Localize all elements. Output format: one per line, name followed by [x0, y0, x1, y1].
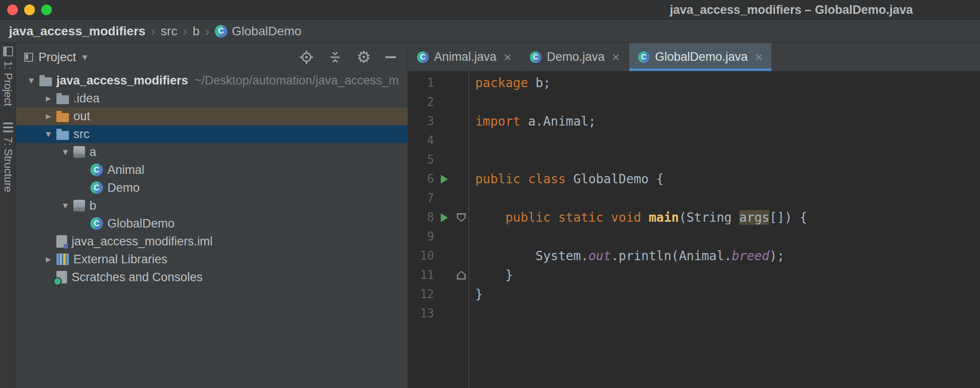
zoom-window-button[interactable]: [41, 4, 52, 15]
code-line[interactable]: [475, 227, 980, 246]
code-line[interactable]: package b;: [475, 73, 980, 93]
tree-item[interactable]: ▸External Libraries: [16, 250, 408, 268]
tree-item[interactable]: ▾a: [16, 143, 408, 161]
fold-marker[interactable]: [455, 213, 468, 222]
code-line[interactable]: }: [475, 285, 980, 304]
hide-panel-icon[interactable]: [385, 56, 396, 58]
line-number[interactable]: 13: [411, 304, 434, 323]
expand-arrow[interactable]: ▾: [57, 146, 73, 158]
class-icon: C: [90, 217, 103, 230]
code-token: breed: [732, 249, 769, 263]
code-line[interactable]: public class GlobalDemo {: [475, 169, 980, 189]
breadcrumb-item[interactable]: java_access_modifiers: [9, 24, 145, 38]
breadcrumb-label: src: [161, 24, 177, 38]
code-line[interactable]: [475, 189, 980, 208]
traffic-lights: [7, 4, 52, 15]
code-line[interactable]: public static void main(String args[]) {: [475, 208, 980, 227]
tree-item[interactable]: CDemo: [16, 179, 408, 197]
class-icon: C: [530, 51, 541, 63]
line-number[interactable]: 12: [411, 285, 434, 304]
project-panel-title: Project: [38, 51, 76, 64]
breadcrumb-label: java_access_modifiers: [9, 24, 145, 38]
code-line[interactable]: [475, 150, 980, 169]
line-number[interactable]: 8: [411, 208, 434, 227]
close-icon[interactable]: ×: [755, 51, 763, 64]
ide-window: java_access_modifiers – GlobalDemo.java …: [0, 0, 980, 388]
line-number[interactable]: 2: [411, 93, 434, 112]
tool-window-icon: [3, 46, 13, 56]
breadcrumb-item[interactable]: b: [192, 24, 200, 38]
code-line[interactable]: System.out.println(Animal.breed);: [475, 246, 980, 266]
minimize-window-button[interactable]: [24, 4, 35, 15]
editor-tab[interactable]: CAnimal.java×: [408, 43, 521, 71]
expand-arrow[interactable]: ▸: [40, 93, 56, 104]
tree-item[interactable]: Scratches and Consoles: [16, 268, 408, 286]
tree-item[interactable]: ▾src: [16, 125, 408, 143]
fold-close-icon: [457, 271, 466, 280]
line-number[interactable]: 5: [411, 150, 434, 169]
gear-icon[interactable]: ⚙: [357, 49, 371, 65]
libraries-icon: [56, 253, 69, 265]
close-icon[interactable]: ×: [504, 51, 512, 64]
class-icon: C: [90, 164, 103, 176]
tree-item[interactable]: java_access_modifiers.iml: [16, 232, 408, 250]
stripe-button[interactable]: 7: Structure: [0, 122, 16, 192]
run-icon: [441, 213, 448, 222]
tree-label: GlobalDemo: [107, 217, 175, 231]
line-number[interactable]: 10: [411, 246, 434, 266]
fold-marker[interactable]: [455, 271, 468, 280]
stripe-label: 7: Structure: [2, 137, 14, 192]
close-icon[interactable]: ×: [612, 51, 620, 64]
tab-label: Demo.java: [547, 50, 605, 64]
tree-label: a: [89, 145, 96, 159]
line-number[interactable]: 9: [411, 227, 434, 246]
collapse-all-icon[interactable]: [328, 50, 342, 64]
breadcrumb: java_access_modifiers›src›b›CGlobalDemo: [0, 20, 980, 43]
tree-item[interactable]: CGlobalDemo: [16, 215, 408, 232]
tree-item[interactable]: ▸out: [16, 107, 408, 125]
locate-file-icon[interactable]: [299, 50, 314, 64]
breadcrumb-item[interactable]: src: [161, 24, 177, 38]
code-token: package: [475, 76, 528, 90]
editor-tab[interactable]: CDemo.java×: [521, 43, 629, 71]
tree-item[interactable]: ▾java_access_modifiers~/Desktop/automati…: [16, 72, 408, 89]
line-number[interactable]: 1: [411, 73, 434, 93]
code-token: }: [475, 268, 513, 283]
gutter-line: 10: [411, 246, 469, 266]
line-number[interactable]: 4: [411, 131, 434, 150]
breadcrumb-separator: ›: [183, 24, 187, 39]
chevron-down-icon[interactable]: ▾: [82, 51, 87, 63]
line-number[interactable]: 3: [411, 112, 434, 131]
tree-item[interactable]: ▾b: [16, 197, 408, 215]
run-button[interactable]: [434, 175, 455, 184]
expand-arrow[interactable]: ▸: [40, 110, 56, 122]
code-area[interactable]: package b;import a.Animal;public class G…: [469, 72, 980, 388]
tab-bar: CAnimal.java×CDemo.java×CGlobalDemo.java…: [408, 43, 980, 72]
code-token: .println(Animal.: [611, 249, 732, 263]
tree-item[interactable]: CAnimal: [16, 161, 408, 179]
tree-item[interactable]: ▸.idea: [16, 89, 408, 107]
gutter-line: 2: [411, 93, 469, 112]
code-line[interactable]: }: [475, 266, 980, 285]
code-token: GlobalDemo {: [573, 172, 664, 186]
stripe-button[interactable]: 1: Project: [0, 46, 16, 106]
expand-arrow[interactable]: ▾: [23, 75, 39, 86]
project-tool-icon: [24, 53, 33, 62]
line-number[interactable]: 6: [411, 169, 434, 189]
expand-arrow[interactable]: ▾: [57, 200, 73, 211]
code-line[interactable]: [475, 131, 980, 150]
scratches-icon: [56, 271, 67, 283]
gutter-line: 12: [411, 285, 469, 304]
line-number[interactable]: 7: [411, 189, 434, 208]
expand-arrow[interactable]: ▾: [40, 128, 56, 140]
run-button[interactable]: [434, 213, 455, 222]
expand-arrow[interactable]: ▸: [40, 253, 56, 265]
code-line[interactable]: [475, 93, 980, 112]
title-bar[interactable]: java_access_modifiers – GlobalDemo.java: [0, 0, 980, 20]
code-line[interactable]: import a.Animal;: [475, 112, 980, 131]
breadcrumb-item[interactable]: CGlobalDemo: [215, 24, 302, 38]
line-number[interactable]: 11: [411, 266, 434, 285]
editor-tab[interactable]: CGlobalDemo.java×: [629, 43, 772, 71]
code-line[interactable]: [475, 304, 980, 323]
close-window-button[interactable]: [7, 4, 18, 15]
